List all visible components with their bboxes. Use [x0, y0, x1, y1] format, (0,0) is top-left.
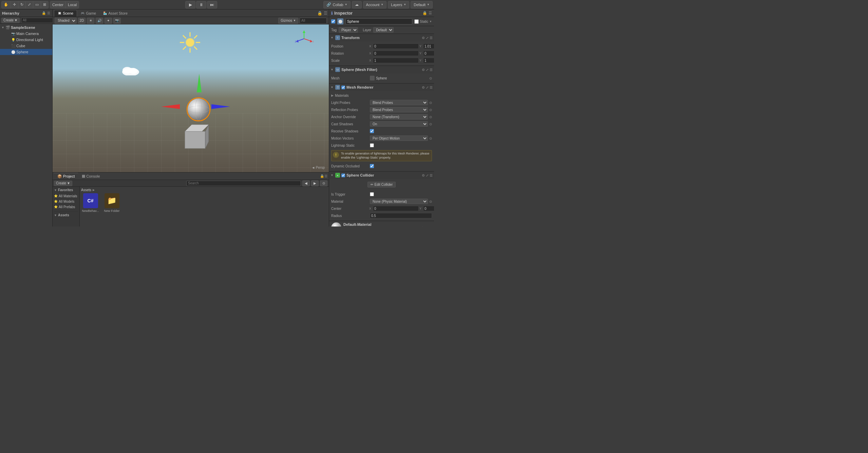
folder-asset[interactable]: 📁 New Folder	[102, 193, 121, 213]
receive-shadows-checkbox[interactable]	[370, 129, 374, 133]
transform-settings-icon[interactable]: ⚙	[422, 36, 425, 40]
transform-header[interactable]: ▼ T Transform ⚙ ⤢ ☰	[329, 34, 434, 41]
rotation-x-input[interactable]	[373, 51, 419, 56]
collider-material-select[interactable]: None (Physic Material)	[370, 199, 428, 204]
asset-store-tab[interactable]: 🏪 Asset Store	[100, 10, 131, 17]
default-layout-btn[interactable]: Default ▼	[411, 1, 433, 8]
layers-btn[interactable]: Layers ▼	[388, 1, 409, 8]
mesh-filter-expand-icon[interactable]: ⤢	[426, 68, 429, 72]
anchor-override-select[interactable]: None (Transform)	[370, 114, 428, 120]
project-settings-btn[interactable]: ⊙	[320, 180, 327, 186]
lighting-btn[interactable]: ☀	[87, 18, 94, 24]
position-x-input[interactable]	[373, 43, 419, 49]
scale-x-input[interactable]	[373, 58, 419, 63]
transform-menu-icon[interactable]: ☰	[430, 36, 433, 40]
mesh-select-icon[interactable]: ⊙	[429, 76, 432, 80]
position-y-input[interactable]	[423, 43, 434, 49]
scene-viewport[interactable]: X Y Z ◄ Persp	[53, 24, 329, 172]
project-nav-back-btn[interactable]: ◀	[302, 180, 310, 186]
inspector-menu-icon[interactable]: ☰	[429, 11, 432, 15]
hierarchy-create-btn[interactable]: Create ▼	[1, 18, 20, 23]
light-probes-menu-icon[interactable]: ⊙	[429, 101, 432, 105]
collider-material-menu-icon[interactable]: ⊙	[429, 200, 432, 203]
material-menu-icon[interactable]: ☰	[429, 226, 432, 227]
bottom-panel-menu-icon[interactable]: ☰	[324, 174, 327, 178]
rotation-y-input[interactable]	[423, 51, 434, 56]
account-btn[interactable]: Account ▼	[363, 1, 387, 8]
object-name-input[interactable]	[345, 18, 412, 24]
sphere-collider-expand-icon[interactable]: ⤢	[426, 174, 429, 177]
favorites-all-materials[interactable]: ⭐ All Materials	[54, 193, 78, 199]
collab-btn[interactable]: 🔗 Collab ▼	[323, 1, 350, 8]
center-y-input[interactable]	[423, 206, 434, 211]
favorites-all-models[interactable]: ⭐ All Models	[54, 199, 78, 204]
material-expand-icon[interactable]: ⤢	[425, 226, 428, 227]
lightmap-static-checkbox[interactable]	[370, 143, 374, 147]
object-active-checkbox[interactable]	[331, 19, 335, 23]
reflection-probes-menu-icon[interactable]: ⊙	[429, 108, 432, 112]
mesh-renderer-active-checkbox[interactable]	[341, 86, 345, 89]
project-create-btn[interactable]: Create ▼	[54, 181, 72, 186]
material-settings-icon[interactable]: ⚙	[421, 226, 424, 227]
project-nav-fwd-btn[interactable]: ▶	[311, 180, 319, 186]
radius-input[interactable]	[370, 213, 432, 218]
scene-menu-icon[interactable]: ☰	[324, 11, 327, 16]
play-btn[interactable]: ▶	[185, 1, 195, 8]
hierarchy-menu-icon[interactable]: ☰	[47, 11, 50, 15]
rotate-tool-btn[interactable]: ↻	[18, 1, 26, 8]
static-dropdown-icon[interactable]: ▼	[429, 20, 432, 23]
directional-light-item[interactable]: 💡 Directional Light	[0, 37, 52, 43]
console-tab[interactable]: ▦ Console	[78, 173, 103, 180]
cast-shadows-select[interactable]: On	[370, 121, 428, 127]
game-tab[interactable]: 🎮 Game	[77, 10, 99, 17]
local-btn[interactable]: Local	[66, 1, 79, 8]
main-camera-item[interactable]: 📷 Main Camera	[0, 31, 52, 37]
cube-item[interactable]: ⬛ Cube	[0, 43, 52, 49]
shading-select[interactable]: Shaded	[55, 18, 77, 24]
cloud-btn[interactable]: ☁	[352, 1, 362, 8]
project-tab[interactable]: 📦 Project	[54, 173, 78, 180]
mesh-filter-menu-icon[interactable]: ☰	[430, 68, 433, 72]
light-probes-select[interactable]: Blend Probes	[370, 100, 428, 105]
mesh-renderer-expand-icon[interactable]: ⤢	[426, 86, 429, 89]
sphere-collider-header[interactable]: ▼ ● Sphere Collider ⚙ ⤢ ☰	[329, 171, 434, 179]
move-tool-btn[interactable]: ✛	[11, 1, 18, 8]
csharp-script-asset[interactable]: C# NewBehav...	[81, 193, 100, 213]
transform-expand-icon[interactable]: ⤢	[426, 36, 429, 40]
mesh-renderer-menu-icon[interactable]: ☰	[430, 86, 433, 89]
rect-tool-btn[interactable]: ▭	[33, 1, 41, 8]
mesh-filter-header[interactable]: ▼ M Sphere (Mesh Filter) ⚙ ⤢ ☰	[329, 66, 434, 73]
project-search-input[interactable]	[186, 181, 301, 186]
motion-vectors-select[interactable]: Per Object Motion	[370, 135, 428, 141]
tag-select[interactable]: Player	[339, 27, 358, 33]
multi-tool-btn[interactable]: ⊞	[41, 1, 48, 8]
mesh-renderer-settings-icon[interactable]: ⚙	[422, 86, 425, 89]
audio-btn[interactable]: 🔊	[96, 18, 103, 24]
anchor-override-menu-icon[interactable]: ⊙	[429, 115, 432, 119]
scene-search-input[interactable]	[300, 18, 327, 24]
sphere-collider-settings-icon[interactable]: ⚙	[422, 174, 425, 177]
pause-btn[interactable]: ⏸	[196, 1, 206, 8]
static-checkbox[interactable]	[414, 19, 419, 24]
layer-select[interactable]: Default	[373, 27, 394, 33]
mesh-renderer-header[interactable]: ▼ ☰ Mesh Renderer ⚙ ⤢ ☰	[329, 84, 434, 91]
cast-shadows-menu-icon[interactable]: ⊙	[429, 122, 432, 126]
step-btn[interactable]: ⏭	[207, 1, 217, 8]
edit-collider-btn[interactable]: ✏ Edit Collider	[367, 182, 396, 187]
sphere-collider-active-checkbox[interactable]	[341, 174, 345, 177]
dynamic-occluded-checkbox[interactable]	[370, 164, 374, 168]
inspector-lock-icon[interactable]: 🔒	[422, 11, 427, 15]
center-btn[interactable]: Center	[50, 1, 66, 8]
sphere-collider-menu-icon[interactable]: ☰	[430, 174, 433, 177]
2d-btn[interactable]: 2D	[78, 18, 86, 24]
scene-cam-btn[interactable]: 📷	[113, 18, 121, 24]
mesh-filter-settings-icon[interactable]: ⚙	[422, 68, 425, 72]
scale-y-input[interactable]	[423, 58, 434, 63]
hand-tool-btn[interactable]: ✋	[2, 1, 11, 8]
sphere-item[interactable]: ⚪ Sphere	[0, 49, 52, 55]
is-trigger-checkbox[interactable]	[370, 192, 374, 196]
gizmos-btn[interactable]: Gizmos ▼	[278, 18, 298, 24]
scene-tab[interactable]: 🔲 Scene	[54, 10, 77, 17]
scale-tool-btn[interactable]: ⤢	[26, 1, 33, 8]
fx-btn[interactable]: ✦	[105, 18, 112, 24]
